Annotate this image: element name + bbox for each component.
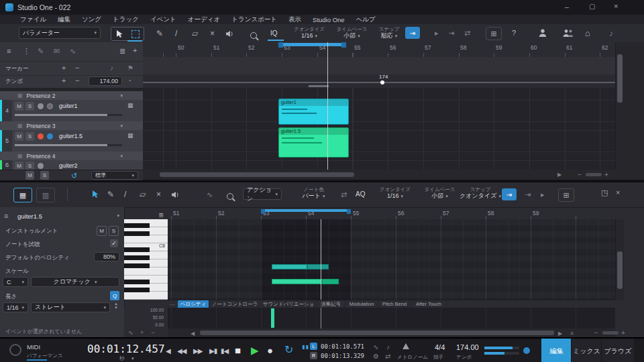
velocity-lane[interactable] [168,308,615,328]
bus-track-presence-2[interactable]: ▦ Presence 2 ▾ [0,91,160,101]
inspector-menu-icon[interactable]: ≡ [4,213,8,220]
audition-checkbox[interactable]: ✓ [110,239,118,247]
browse-view-button[interactable]: ブラウズ [601,339,634,362]
zoom-tool-icon[interactable] [227,193,233,200]
zoom-slider[interactable] [586,173,602,176]
black-key[interactable] [124,263,150,268]
drum-view-button[interactable]: ▥ [36,188,55,202]
hscroll-thumb[interactable] [160,172,354,177]
collaboration-icon[interactable] [562,28,574,38]
add-lane-button[interactable]: + [140,330,144,336]
vscroll-thumb[interactable] [617,251,623,289]
pencil-tool-icon[interactable]: ✎ [107,190,114,198]
arrange-vscrollbar[interactable] [615,42,624,170]
play-button[interactable]: ▶ [251,345,259,357]
gear-icon[interactable]: ⚙ [373,353,379,360]
menu-event[interactable]: イベント [150,15,176,24]
zoom-in-icon[interactable]: + [621,329,625,337]
menu-song[interactable]: ソング [82,15,101,24]
mute-button[interactable]: M [15,102,23,111]
eraser-tool-icon[interactable]: ▱ [140,190,146,198]
tempo-automation-line[interactable] [143,82,615,83]
maximize-button[interactable]: ▢ [589,3,595,10]
record-arm-button[interactable] [38,133,44,139]
track-guiter1-5[interactable]: 5 M S guiter1.5 ▦ [0,130,143,152]
more-tabs-button[interactable]: … [170,300,175,306]
loop-start-time[interactable]: 00:01:10.571 [321,343,364,350]
scroll-right-icon[interactable]: ▶ [558,330,562,337]
black-key[interactable] [124,231,150,236]
marker-lane[interactable] [143,57,615,75]
arrange-hscrollbar[interactable]: ▶ − + [143,170,615,180]
monitor-button[interactable] [47,103,53,109]
tempo-minus-button[interactable]: − [75,77,79,84]
tools-icon[interactable]: ✎ [38,48,44,55]
eraser-tool-icon[interactable]: ▱ [192,29,198,38]
keyboard-icon[interactable]: ▦ [127,103,133,109]
note-list-icon[interactable]: ≣ [158,212,164,219]
scroll-right-icon[interactable]: ▶ [557,172,561,178]
volume-slider[interactable] [15,144,122,146]
track-height-dropdown[interactable]: 標準 ▾ [91,171,138,180]
metronome-icon[interactable] [402,343,409,349]
lane-menu-icon[interactable]: ≡ [570,330,574,337]
add-marker-button[interactable]: + [62,64,66,72]
mute-button[interactable]: M [97,226,107,236]
edit-view-button[interactable]: 編集 [541,339,572,362]
timebase-control[interactable]: タイムベース 小節▾ [421,186,458,200]
menu-file[interactable]: ファイル [20,15,46,24]
arrange-grid[interactable]: guiter1 guiter1.5 [143,88,615,170]
curve-icon[interactable]: ∿ [128,330,133,336]
paint-tool-icon[interactable]: / [175,29,177,38]
track-list-menu-icon[interactable]: ≡ [7,48,11,55]
snap-mode-control[interactable]: スナップ 順応▾ [373,26,405,40]
hscroll-thumb[interactable] [200,330,554,335]
master-mute-button[interactable]: M [25,171,34,180]
midi-note-tail[interactable] [307,264,329,269]
solo-button[interactable]: S [25,132,34,141]
record-button[interactable]: ● [267,345,273,356]
layout-grid-button[interactable]: ⊞ [558,188,574,202]
menu-transport[interactable]: トランスポート [231,15,277,24]
macro-curve-icon[interactable]: ∿ [207,191,213,198]
action-dropdown[interactable]: アクション ▾ [243,188,282,200]
playhead[interactable] [327,42,328,170]
wave-icon[interactable]: ∿ [373,344,378,351]
loop-start-flag[interactable] [261,209,265,214]
playhead[interactable] [321,219,321,300]
bus-track-presence-3[interactable]: ▦ Presence 3 ▾ [0,121,160,131]
zoom-in-icon[interactable]: + [604,171,608,178]
arrow-tool-icon[interactable] [115,29,123,38]
autoscroll-icon[interactable]: ▸ [435,29,439,37]
autoscroll-icon[interactable]: ⇥ [525,191,531,198]
layout-grid-button[interactable]: ⊞ [486,27,502,40]
black-key[interactable] [124,288,150,292]
midi-note-tail[interactable] [322,279,339,284]
next-marker-button[interactable]: ▶▮ [209,347,217,355]
loop-start-flag[interactable] [278,42,283,48]
tempo-value[interactable]: 174.00 [456,343,479,351]
tempo-lane[interactable]: 174 [143,74,615,88]
add-track-button[interactable]: + [133,47,137,54]
menu-studio-one[interactable]: Studio One [313,16,345,23]
detach-editor-icon[interactable]: ◳ [601,189,608,196]
minimize-button[interactable]: – [565,3,569,11]
menu-track[interactable]: トラック [113,15,139,24]
vscroll-thumb[interactable] [617,54,623,103]
time-unit[interactable]: 秒 [119,355,125,362]
rewind-button[interactable]: ◀◀ [177,347,186,355]
clip-guiter1[interactable]: guiter1 [278,99,349,125]
arrow-tool-group[interactable] [111,27,144,41]
black-key[interactable] [124,247,150,252]
editor-ruler[interactable]: 51 52 53 54 55 56 57 58 59 [168,209,615,220]
loop-end-chip[interactable]: R [310,352,317,359]
input-quantize-button[interactable]: IQ [270,29,278,37]
metronome-label[interactable]: メトロノーム [397,354,428,361]
notification-icon[interactable]: ♪ [609,29,613,38]
auto-quantize-button[interactable]: AQ [356,190,365,198]
track-guiter1[interactable]: 4 M S guiter1 ▦ [0,100,143,122]
snap-toggle-button[interactable]: ⇥ [405,27,420,39]
loop-button[interactable]: ↻ [284,343,293,356]
quantize-length-button[interactable]: Q [110,291,119,300]
record-arm-button[interactable] [38,103,44,109]
